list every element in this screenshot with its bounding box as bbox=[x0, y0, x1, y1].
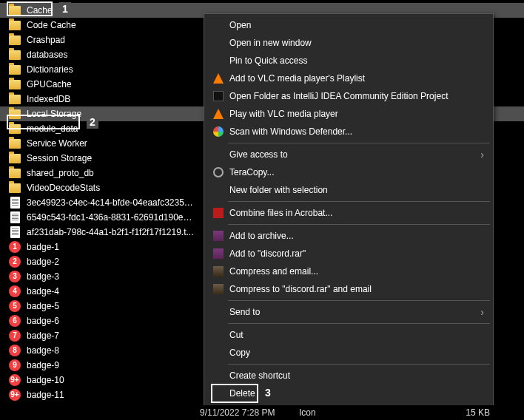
menu-item-label: Open Folder as IntelliJ IDEA Community E… bbox=[226, 91, 491, 101]
menu-item-label: Open bbox=[226, 20, 491, 30]
file-name: badge-3 bbox=[27, 271, 59, 282]
defender-icon bbox=[210, 126, 226, 137]
menu-item[interactable]: Combine files in Acrobat... bbox=[206, 204, 491, 222]
status-size: 15 KB bbox=[466, 407, 490, 418]
file-name: badge-1 bbox=[27, 242, 59, 252]
folder-icon bbox=[9, 49, 21, 61]
rar2-icon bbox=[210, 284, 226, 294]
folder-icon bbox=[9, 123, 21, 135]
menu-separator bbox=[228, 224, 490, 225]
file-name: badge-9 bbox=[27, 360, 59, 370]
menu-item-label: Copy bbox=[226, 348, 491, 358]
acro-icon bbox=[210, 208, 226, 218]
chevron-right-icon: › bbox=[480, 149, 484, 160]
menu-item-label: Open in new window bbox=[226, 38, 491, 48]
menu-item[interactable]: Cut bbox=[206, 326, 491, 344]
menu-item-label: Scan with Windows Defender... bbox=[226, 126, 491, 137]
menu-item[interactable]: TeraCopy... bbox=[206, 163, 491, 181]
status-date: 9/11/2022 7:28 PM bbox=[200, 407, 275, 418]
menu-item-label: Play with VLC media player bbox=[226, 109, 491, 119]
menu-item[interactable]: Pin to Quick access bbox=[206, 52, 491, 70]
menu-separator bbox=[228, 323, 490, 324]
menu-item[interactable]: Delete bbox=[206, 385, 491, 402]
folder-icon bbox=[9, 108, 21, 120]
menu-item[interactable]: Add to archive... bbox=[206, 227, 491, 245]
badge-icon: 5 bbox=[9, 300, 21, 312]
context-menu[interactable]: OpenOpen in new windowPin to Quick acces… bbox=[204, 13, 494, 420]
menu-separator bbox=[228, 364, 490, 365]
file-icon bbox=[9, 211, 21, 223]
badge-icon: 6 bbox=[9, 315, 21, 327]
folder-icon bbox=[9, 167, 21, 179]
menu-separator bbox=[228, 143, 490, 143]
file-name: badge-4 bbox=[27, 286, 59, 297]
file-name: Crashpad bbox=[27, 35, 65, 45]
menu-item[interactable]: Give access to› bbox=[206, 146, 491, 163]
file-name: module_data bbox=[27, 123, 78, 134]
menu-item[interactable]: Create shortcut bbox=[206, 367, 491, 385]
file-name: badge-5 bbox=[27, 301, 59, 311]
file-name: badge-7 bbox=[27, 331, 59, 341]
menu-item[interactable]: Copy bbox=[206, 344, 491, 362]
menu-item[interactable]: Open Folder as IntelliJ IDEA Community E… bbox=[206, 87, 491, 105]
vlc-icon bbox=[210, 73, 226, 84]
file-name: badge-2 bbox=[27, 257, 59, 267]
file-name: Dictionaries bbox=[27, 64, 73, 75]
folder-icon bbox=[9, 34, 21, 46]
annotation-label-3: 3 bbox=[265, 387, 271, 399]
rar-icon bbox=[210, 231, 226, 241]
chevron-right-icon: › bbox=[480, 306, 484, 318]
status-type: Icon bbox=[299, 407, 316, 418]
folder-icon bbox=[9, 4, 21, 16]
menu-item-label: Add to archive... bbox=[226, 231, 491, 241]
menu-item[interactable]: Add to "discord.rar" bbox=[206, 245, 491, 262]
menu-item-label: Create shortcut bbox=[226, 370, 491, 381]
badge-icon: 2 bbox=[9, 256, 21, 268]
rar-icon bbox=[210, 248, 226, 259]
file-name: af231dab-798c-44a1-b2f1-f1f2f17f1219.t..… bbox=[27, 227, 194, 237]
intellij-icon bbox=[210, 91, 226, 101]
annotation-label-1: 1 bbox=[59, 2, 71, 16]
badge-icon: 4 bbox=[9, 285, 21, 297]
menu-item-label: Compress to "discord.rar" and email bbox=[226, 284, 491, 294]
menu-item[interactable]: Open in new window bbox=[206, 34, 491, 52]
badge-icon: 9 bbox=[9, 359, 21, 371]
file-name: GPUCache bbox=[27, 79, 72, 89]
menu-item-label: Cut bbox=[226, 330, 491, 340]
file-name: Service Worker bbox=[27, 138, 87, 149]
folder-icon bbox=[9, 93, 21, 105]
menu-item[interactable]: Scan with Windows Defender... bbox=[206, 123, 491, 140]
file-name: shared_proto_db bbox=[27, 168, 94, 178]
menu-item[interactable]: Open bbox=[206, 16, 491, 34]
badge-icon: 9+ bbox=[9, 389, 21, 401]
file-icon bbox=[9, 197, 21, 209]
file-name: badge-6 bbox=[27, 316, 59, 326]
folder-icon bbox=[9, 182, 21, 194]
menu-item[interactable]: Compress and email... bbox=[206, 262, 491, 280]
menu-item[interactable]: Play with VLC media player bbox=[206, 105, 491, 123]
menu-item-label: Add to VLC media player's Playlist bbox=[226, 73, 491, 84]
folder-icon bbox=[9, 78, 21, 90]
vlc-icon bbox=[210, 109, 226, 119]
menu-item[interactable]: Compress to "discord.rar" and email bbox=[206, 280, 491, 298]
menu-item[interactable]: Add to VLC media player's Playlist bbox=[206, 70, 491, 87]
file-name: 6549c543-fdc1-436a-8831-62691d190e0a.... bbox=[27, 212, 197, 223]
menu-item-label: Compress and email... bbox=[226, 266, 491, 277]
tera-icon bbox=[210, 167, 226, 177]
file-name: Local Storage bbox=[27, 109, 81, 119]
rar2-icon bbox=[210, 266, 226, 277]
menu-separator bbox=[228, 300, 490, 301]
annotation-label-2: 2 bbox=[87, 115, 98, 129]
menu-item-label: Send to bbox=[226, 307, 491, 317]
file-name: Cache bbox=[27, 5, 53, 16]
badge-icon: 7 bbox=[9, 330, 21, 342]
menu-item[interactable]: New folder with selection bbox=[206, 181, 491, 199]
menu-item-label: Combine files in Acrobat... bbox=[226, 208, 491, 218]
badge-icon: 1 bbox=[9, 241, 21, 253]
file-name: Session Storage bbox=[27, 153, 92, 163]
folder-icon bbox=[9, 138, 21, 149]
menu-item[interactable]: Send to› bbox=[206, 303, 491, 321]
file-name: IndexedDB bbox=[27, 94, 70, 104]
file-name: VideoDecodeStats bbox=[27, 183, 100, 193]
file-name: badge-8 bbox=[27, 345, 59, 356]
